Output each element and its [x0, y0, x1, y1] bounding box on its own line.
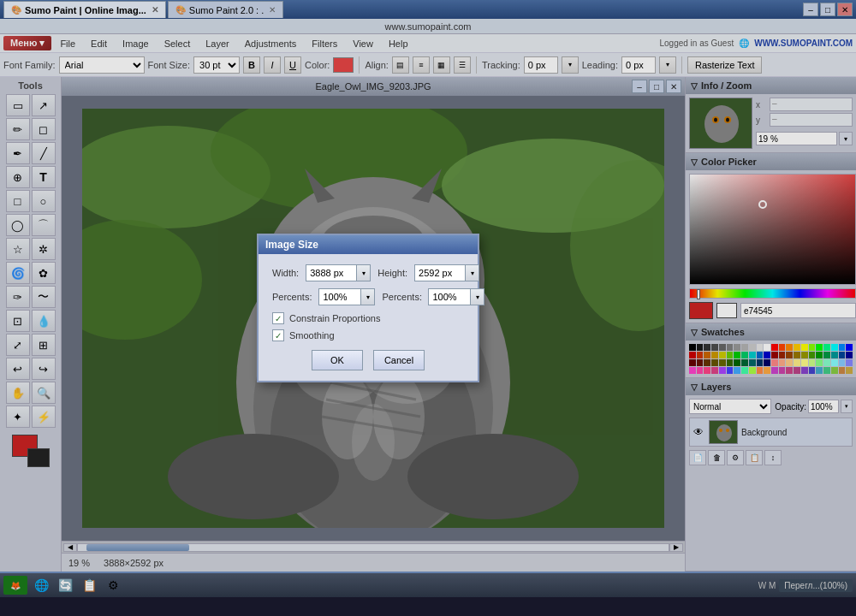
delete-layer-button[interactable]: 🗑	[708, 450, 725, 465]
swatch-item[interactable]	[816, 352, 823, 358]
canvas-maximize[interactable]: □	[649, 80, 664, 93]
start-button[interactable]: 🦊	[3, 576, 27, 595]
swatch-item[interactable]	[839, 367, 846, 374]
swatch-item[interactable]	[779, 344, 786, 351]
swatch-item[interactable]	[839, 359, 846, 366]
merge-layer-button[interactable]: ↕	[764, 450, 782, 465]
swatch-item[interactable]	[809, 359, 816, 366]
bold-button[interactable]: B	[243, 56, 260, 74]
opacity-input[interactable]	[808, 400, 839, 413]
leading-input[interactable]	[621, 56, 656, 74]
swatch-item[interactable]	[749, 352, 756, 358]
rect-shape-tool[interactable]: □	[6, 190, 30, 212]
swatch-item[interactable]	[794, 344, 800, 351]
swatch-item[interactable]	[697, 344, 704, 351]
scroll-thumb[interactable]	[86, 544, 189, 551]
swatch-item[interactable]	[846, 367, 853, 374]
swatch-item[interactable]	[697, 352, 704, 358]
menu-select[interactable]: Select	[158, 37, 198, 50]
swatch-item[interactable]	[757, 367, 764, 374]
rasterize-button[interactable]: Rasterize Text	[687, 56, 763, 74]
height-input[interactable]	[414, 264, 466, 281]
cancel-button[interactable]: Cancel	[373, 350, 425, 370]
eraser-tool[interactable]: ◻	[32, 118, 56, 140]
swatch-item[interactable]	[719, 367, 726, 374]
swatch-item[interactable]	[719, 344, 726, 351]
swatch-item[interactable]	[779, 359, 786, 366]
swatch-item[interactable]	[689, 352, 696, 358]
swatch-item[interactable]	[794, 367, 800, 374]
select-lasso-tool[interactable]: ↗	[32, 94, 56, 116]
swatch-item[interactable]	[757, 359, 764, 366]
swatch-item[interactable]	[801, 359, 808, 366]
menu-adjustments[interactable]: Adjustments	[238, 37, 304, 50]
swatch-item[interactable]	[809, 344, 816, 351]
swatch-item[interactable]	[727, 352, 734, 358]
align-justify-button[interactable]: ☰	[454, 56, 471, 74]
width-arrow-button[interactable]: ▾	[357, 264, 371, 281]
zoom-arrow-button[interactable]: ▾	[839, 132, 853, 145]
ellipse-tool[interactable]: ○	[32, 190, 56, 212]
scroll-right-button[interactable]: ▶	[669, 543, 683, 552]
swatch-item[interactable]	[831, 367, 838, 374]
background-color[interactable]	[27, 448, 50, 467]
percent2-input[interactable]	[428, 288, 471, 305]
polygon-tool[interactable]: ⌒	[32, 214, 56, 236]
swatch-item[interactable]	[734, 344, 740, 351]
taskbar-icon-1[interactable]: 🌐	[31, 576, 51, 595]
opacity-arrow-button[interactable]: ▾	[841, 400, 853, 413]
tab-sumo-paint-1[interactable]: 🎨 Sumo Paint | Online Imag... ✕	[3, 1, 166, 18]
text-color-swatch[interactable]	[333, 57, 354, 73]
swatch-item[interactable]	[727, 344, 734, 351]
tracking-arrow[interactable]: ▾	[562, 56, 579, 74]
zoom-tool[interactable]: 🔍	[32, 382, 56, 404]
swatch-item[interactable]	[816, 367, 823, 374]
pencil-tool[interactable]: ✒	[6, 142, 30, 164]
star-tool[interactable]: ☆	[6, 238, 30, 260]
tab-close-1[interactable]: ✕	[152, 5, 158, 15]
blend-mode-select[interactable]: Normal	[689, 399, 771, 414]
swatch-item[interactable]	[801, 367, 808, 374]
color-hex-input[interactable]	[740, 303, 856, 318]
taskbar-icon-3[interactable]: 📋	[79, 576, 99, 595]
minimize-button[interactable]: –	[803, 3, 818, 16]
undo-tool[interactable]: ↩	[6, 358, 30, 380]
select-rect-tool[interactable]: ▭	[6, 94, 30, 116]
swatch-item[interactable]	[764, 359, 770, 366]
underline-button[interactable]: U	[284, 56, 301, 74]
swatch-item[interactable]	[786, 352, 793, 358]
swatch-item[interactable]	[749, 367, 756, 374]
swatch-item[interactable]	[816, 359, 823, 366]
swatch-item[interactable]	[771, 359, 778, 366]
percent2-arrow-button[interactable]: ▾	[471, 288, 484, 305]
eyedropper-tool-2[interactable]: ✦	[6, 406, 30, 428]
width-input[interactable]	[306, 264, 357, 281]
swatch-item[interactable]	[704, 367, 710, 374]
flare-tool[interactable]: ✲	[32, 238, 56, 260]
stamp-tool[interactable]: ⊕	[6, 166, 30, 188]
align-left-button[interactable]: ▤	[392, 56, 409, 74]
swatch-item[interactable]	[764, 344, 770, 351]
redo-tool[interactable]: ↪	[32, 358, 56, 380]
swatch-item[interactable]	[704, 359, 710, 366]
color-picker-handle[interactable]	[758, 200, 767, 209]
layer-visibility-toggle[interactable]: 👁	[692, 425, 705, 439]
menu-image[interactable]: Image	[116, 37, 156, 50]
swatch-item[interactable]	[697, 359, 704, 366]
swatch-item[interactable]	[711, 359, 718, 366]
scroll-left-button[interactable]: ◀	[63, 543, 77, 552]
new-layer-button[interactable]: 📄	[689, 450, 706, 465]
swatch-item[interactable]	[809, 367, 816, 374]
canvas-close[interactable]: ✕	[666, 80, 681, 93]
swatch-item[interactable]	[771, 352, 778, 358]
menu-filters[interactable]: Filters	[305, 37, 344, 50]
pen-tool[interactable]: ✑	[6, 286, 30, 308]
swatch-item[interactable]	[697, 367, 704, 374]
swatch-item[interactable]	[823, 352, 830, 358]
eyedropper-tool[interactable]: 💧	[32, 310, 56, 332]
swatch-item[interactable]	[734, 352, 740, 358]
transform-tool[interactable]: ⤢	[6, 334, 30, 356]
swatch-item[interactable]	[741, 352, 748, 358]
swatch-item[interactable]	[779, 367, 786, 374]
swatch-item[interactable]	[831, 352, 838, 358]
